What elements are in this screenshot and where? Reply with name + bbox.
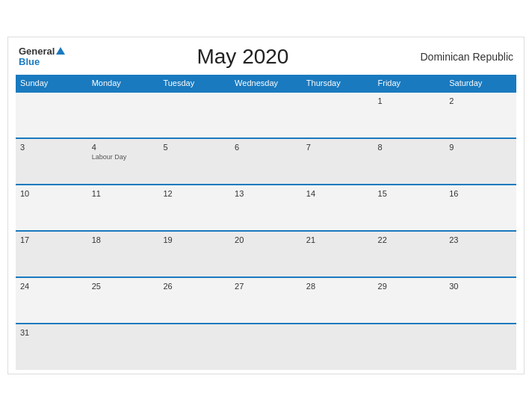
day-number: 27 [235,282,297,291]
table-row: 6 [230,138,302,185]
table-row: 22 [374,231,445,277]
table-row [445,324,516,370]
table-row: 18 [87,231,159,277]
day-number: 6 [235,143,297,152]
table-row: 15 [374,185,445,231]
table-row: 10 [16,185,87,231]
table-row: 21 [302,231,374,277]
table-row [302,324,374,370]
day-number: 16 [449,189,512,198]
week-row-3: 10111213141516 [16,185,516,231]
day-number: 19 [163,235,226,244]
logo-blue: Blue [19,57,40,67]
day-number: 11 [92,189,155,198]
table-row: 4Labour Day [87,138,159,185]
week-row-4: 17181920212223 [16,231,516,277]
logo-triangle-icon [56,47,65,55]
table-row: 23 [445,231,516,277]
weekday-header-row: Sunday Monday Tuesday Wednesday Thursday… [16,75,516,92]
week-row-1: 12 [16,92,516,138]
table-row: 8 [374,138,445,185]
table-row: 17 [16,231,87,277]
calendar-body: 1234Labour Day56789101112131415161718192… [16,92,516,370]
week-row-5: 24252627282930 [16,277,516,324]
table-row: 13 [230,185,302,231]
calendar-title: May 2020 [197,45,288,69]
logo-line: Blue [19,57,40,67]
day-number: 15 [378,189,441,198]
calendar-container: General Blue May 2020 Dominican Republic… [7,37,525,374]
header-wednesday: Wednesday [230,75,302,92]
day-number: 18 [92,235,155,244]
table-row: 7 [302,138,374,185]
day-number: 5 [163,143,226,152]
table-row: 3 [16,138,87,185]
header-thursday: Thursday [302,75,374,92]
table-row: 27 [230,277,302,324]
table-row: 12 [158,185,230,231]
table-row [374,324,445,370]
day-number: 10 [20,189,83,198]
day-number: 17 [20,235,83,244]
logo-area: General Blue [19,46,65,68]
day-number: 13 [235,189,297,198]
table-row: 29 [374,277,445,324]
day-number: 30 [449,282,512,291]
table-row [230,324,302,370]
day-number: 2 [449,96,512,105]
table-row [230,92,302,138]
table-row: 16 [445,185,516,231]
table-row [158,92,230,138]
day-number: 9 [449,143,512,152]
table-row: 5 [158,138,230,185]
day-number: 20 [235,235,297,244]
header-friday: Friday [374,75,445,92]
country-name: Dominican Republic [420,51,513,63]
day-number: 3 [20,143,83,152]
holiday-label: Labour Day [92,153,155,161]
day-number: 22 [378,235,441,244]
table-row [158,324,230,370]
day-number: 29 [378,282,441,291]
week-row-6: 31 [16,324,516,370]
day-number: 28 [306,282,369,291]
table-row: 2 [445,92,516,138]
calendar-header: General Blue May 2020 Dominican Republic [16,45,516,69]
table-row: 24 [16,277,87,324]
table-row: 1 [374,92,445,138]
day-number: 31 [20,328,83,337]
table-row: 9 [445,138,516,185]
logo-general: General [19,46,65,57]
table-row: 11 [87,185,159,231]
day-number: 7 [306,143,369,152]
day-number: 8 [378,143,441,152]
table-row: 31 [16,324,87,370]
day-number: 12 [163,189,226,198]
day-number: 4 [92,143,155,152]
table-row: 30 [445,277,516,324]
header-monday: Monday [87,75,159,92]
day-number: 23 [449,235,512,244]
calendar-grid: Sunday Monday Tuesday Wednesday Thursday… [16,75,516,370]
table-row [87,92,159,138]
header-saturday: Saturday [445,75,516,92]
table-row: 26 [158,277,230,324]
day-number: 25 [92,282,155,291]
table-row: 19 [158,231,230,277]
table-row: 25 [87,277,159,324]
day-number: 24 [20,282,83,291]
table-row [302,92,374,138]
header-sunday: Sunday [16,75,87,92]
table-row [87,324,159,370]
table-row: 14 [302,185,374,231]
day-number: 21 [306,235,369,244]
day-number: 1 [378,96,441,105]
day-number: 14 [306,189,369,198]
day-number: 26 [163,282,226,291]
table-row: 20 [230,231,302,277]
table-row [16,92,87,138]
table-row: 28 [302,277,374,324]
header-tuesday: Tuesday [158,75,230,92]
week-row-2: 34Labour Day56789 [16,138,516,185]
